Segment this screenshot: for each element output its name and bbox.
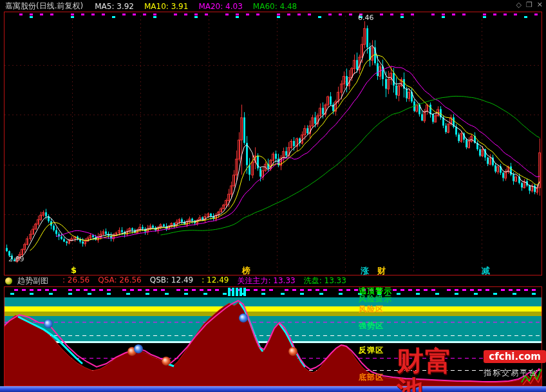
brand-watermark: 财富池 cfchi.com 指标交易平台: [397, 346, 546, 392]
watermark-char: 减: [482, 265, 490, 277]
watermark-char: $: [71, 265, 77, 275]
app-window: 嘉寓股份(日线.前复权) MA5: 3.92MA10: 3.91MA20: 4.…: [0, 0, 546, 392]
ma-label: MA10: 3.91: [144, 2, 188, 11]
chart-canvas[interactable]: [0, 0, 546, 392]
diamond-icon[interactable]: ◇: [516, 1, 521, 9]
indicator-value: : 12.49: [202, 275, 229, 286]
indicator-value: 关注主力: 13.33: [237, 275, 295, 286]
indicator-header: 趋势副图 : 26.56QSA: 26.56QSB: 12.49: 12.49关…: [5, 276, 346, 286]
indicator-value: QSA: 26.56: [98, 275, 142, 286]
indicator-value: : 26.56: [62, 275, 89, 286]
watermark-row: $榜涨财减: [0, 265, 546, 274]
restore-window-icon[interactable]: ❐: [526, 1, 532, 9]
price-low-label: 2.69: [8, 255, 24, 263]
indicator-values: : 26.56QSA: 26.56QSB: 12.49: 12.49关注主力: …: [62, 275, 346, 286]
ma-label: MA60: 4.48: [253, 2, 297, 11]
brand-name: 财富池: [397, 346, 478, 392]
indicator-value: 洗盘: 13.33: [304, 275, 346, 286]
brand-details: cfchi.com 指标交易平台: [484, 346, 546, 378]
window-controls: ◇❐✕: [516, 1, 543, 9]
window-title: 嘉寓股份(日线.前复权): [5, 1, 83, 12]
watermark-char: 财: [377, 265, 386, 277]
ma-label: MA20: 4.03: [198, 2, 242, 11]
price-high-label: 6.46: [358, 14, 374, 22]
indicator-value: QSB: 12.49: [150, 275, 194, 286]
brand-domain: cfchi.com: [484, 350, 546, 363]
ma-label: MA5: 3.92: [95, 2, 134, 11]
watermark-char: 涨: [361, 265, 369, 277]
indicator-icon[interactable]: [5, 277, 12, 285]
indicator-name[interactable]: 趋势副图: [17, 275, 48, 286]
brand-tagline: 指标交易平台: [484, 368, 538, 378]
title-bar: 嘉寓股份(日线.前复权) MA5: 3.92MA10: 3.91MA20: 4.…: [5, 1, 297, 11]
close-icon[interactable]: ✕: [537, 1, 543, 9]
ma-labels: MA5: 3.92MA10: 3.91MA20: 4.03MA60: 4.48: [95, 2, 297, 11]
